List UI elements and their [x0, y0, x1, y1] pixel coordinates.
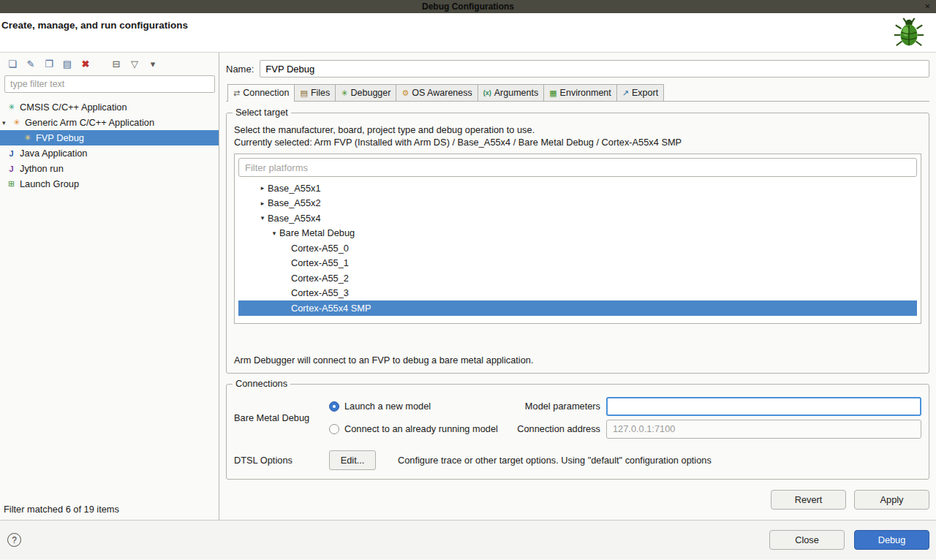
revert-button[interactable]: Revert [771, 490, 846, 510]
files-tab-icon: ▤ [300, 88, 307, 98]
tab-connection[interactable]: ⇄ Connection [227, 84, 295, 102]
tab-arguments[interactable]: (x) Arguments [478, 84, 544, 101]
tree-item-label: Cortex-A55_0 [291, 243, 349, 254]
debugger-tab-icon: ✳ [341, 88, 347, 98]
connect-running-model-row: Connect to an already running model Conn… [329, 417, 921, 440]
window-close-icon[interactable]: × [924, 1, 930, 12]
tab-files[interactable]: ▤ Files [294, 84, 336, 101]
tree-item-label: Java Application [20, 148, 87, 159]
tree-item-label: Cortex-A55_1 [291, 257, 349, 268]
tree-item-cortex-a55-0[interactable]: Cortex-A55_0 [238, 241, 917, 256]
connection-address-label: Connection address [514, 423, 600, 434]
tree-item-label: Cortex-A55x4 SMP [291, 303, 371, 314]
new-launch-configuration-icon[interactable]: ❏ [6, 58, 19, 71]
tab-debugger[interactable]: ✳ Debugger [335, 84, 396, 101]
dialog-body: ❏ ✎ ❐ ▤ ✖ ⊟ ▽ ▾ ✳ CMSIS C/C++ Applicatio… [0, 53, 936, 520]
expand-arrow-icon[interactable]: ▸ [257, 184, 268, 192]
environment-tab-icon: ▦ [549, 88, 556, 98]
apply-button[interactable]: Apply [854, 490, 929, 510]
tab-label: Arguments [494, 88, 538, 98]
tab-environment[interactable]: ▦ Environment [543, 84, 617, 101]
delete-configuration-icon[interactable]: ✖ [79, 58, 92, 71]
apply-revert-row: Revert Apply [226, 490, 929, 510]
dialog-footer: ? Close Debug [0, 520, 936, 559]
tree-item-launch-group[interactable]: ⊞ Launch Group [0, 176, 219, 192]
export-tab-icon: ↗ [622, 88, 629, 98]
fvp-debug-icon: ✳ [22, 133, 33, 143]
connections-group-label: Connections [233, 378, 290, 389]
launch-new-model-radio[interactable] [329, 401, 339, 412]
collapse-arrow-icon[interactable]: ▾ [269, 230, 279, 237]
tree-item-label: Cortex-A55_2 [291, 273, 349, 284]
configuration-name-input[interactable] [260, 60, 929, 77]
window-titlebar: Debug Configurations × [0, 0, 936, 13]
tree-item-generic-arm-application[interactable]: ▾ ✳ Generic Arm C/C++ Application [0, 115, 219, 130]
expand-arrow-icon[interactable]: ▸ [257, 200, 268, 207]
configurations-tree: ✳ CMSIS C/C++ Application ▾ ✳ Generic Ar… [0, 99, 219, 192]
tab-os-awareness[interactable]: ⚙ OS Awareness [396, 84, 478, 101]
platform-browser: ▸ Base_A55x1 ▸ Base_A55x2 ▾ Base_A55x4 ▾… [234, 154, 921, 324]
model-parameters-input[interactable] [606, 397, 921, 416]
tab-label: Debugger [351, 88, 391, 98]
tree-item-cortex-a55x4-smp[interactable]: Cortex-A55x4 SMP [238, 300, 917, 316]
filter-match-status: Filter matched 6 of 19 items [4, 504, 119, 515]
new-prototype-icon[interactable]: ✎ [24, 58, 37, 71]
connection-options: Bare Metal Debug Launch a new model Mode… [234, 395, 921, 440]
tree-item-java-application[interactable]: J Java Application [0, 145, 219, 161]
tree-item-base-a55x2[interactable]: ▸ Base_A55x2 [238, 196, 917, 211]
java-app-icon: J [6, 149, 17, 158]
tree-item-jython-run[interactable]: J Jython run [0, 161, 219, 176]
duplicate-configuration-icon[interactable]: ❐ [42, 58, 56, 71]
jython-run-icon: J [6, 164, 17, 173]
export-configuration-icon[interactable]: ▤ [61, 58, 74, 71]
select-target-instruction: Select the manufacturer, board, project … [234, 124, 921, 135]
view-menu-dropdown-icon[interactable]: ▾ [146, 58, 159, 71]
debug-bug-icon [892, 16, 926, 50]
tree-item-bare-metal-debug[interactable]: ▾ Bare Metal Debug [238, 226, 917, 241]
tree-item-cortex-a55-1[interactable]: Cortex-A55_1 [238, 256, 917, 271]
tree-item-fvp-debug[interactable]: ✳ FVP Debug [0, 130, 219, 145]
tab-label: OS Awareness [412, 88, 472, 98]
tree-item-linux-kernel-debug[interactable]: ▸ Linux Kernel Debug [238, 316, 917, 320]
sidebar-toolbar: ❏ ✎ ❐ ▤ ✖ ⊟ ▽ ▾ [0, 53, 219, 73]
tree-item-label: Base_A55x1 [268, 183, 321, 194]
configurations-sidebar: ❏ ✎ ❐ ▤ ✖ ⊟ ▽ ▾ ✳ CMSIS C/C++ Applicatio… [0, 53, 219, 520]
configurations-filter-input[interactable] [4, 75, 215, 93]
os-awareness-tab-icon: ⚙ [401, 88, 409, 98]
debug-button[interactable]: Debug [854, 530, 929, 550]
expand-arrow-icon[interactable]: ▾ [2, 119, 11, 126]
tab-label: Environment [560, 88, 611, 98]
connect-running-model-radio[interactable] [329, 424, 339, 434]
collapse-arrow-icon[interactable]: ▾ [257, 214, 268, 222]
select-target-group-label: Select target [233, 107, 291, 118]
help-icon[interactable]: ? [7, 533, 21, 547]
tree-item-cortex-a55-3[interactable]: Cortex-A55_3 [238, 286, 917, 301]
tab-label: Connection [243, 88, 289, 98]
launch-model-row: Launch a new model Model parameters [329, 395, 921, 417]
tree-item-label: FVP Debug [36, 132, 84, 143]
tree-item-cortex-a55-2[interactable]: Cortex-A55_2 [238, 270, 917, 286]
cmsis-app-icon: ✳ [6, 102, 17, 112]
dtsl-options-label: DTSL Options [234, 455, 329, 466]
platform-filter-input[interactable] [238, 158, 917, 177]
tree-item-label: Generic Arm C/C++ Application [25, 117, 154, 128]
tree-item-base-a55x4[interactable]: ▾ Base_A55x4 [238, 211, 917, 226]
platform-tree: ▸ Base_A55x1 ▸ Base_A55x2 ▾ Base_A55x4 ▾… [238, 181, 917, 319]
connection-address-input[interactable] [606, 420, 921, 439]
currently-selected-text: Currently selected: Arm FVP (Installed w… [234, 137, 921, 148]
tree-item-label: Bare Metal Debug [279, 227, 355, 238]
tree-item-base-a55x1[interactable]: ▸ Base_A55x1 [238, 181, 917, 196]
filter-launch-configurations-icon[interactable]: ▽ [128, 58, 141, 71]
tree-item-cmsis-application[interactable]: ✳ CMSIS C/C++ Application [0, 99, 219, 115]
tree-item-label: CMSIS C/C++ Application [20, 102, 127, 113]
tree-item-label: Linux Kernel Debug [279, 317, 361, 319]
configuration-tabs: ⇄ Connection ▤ Files ✳ Debugger ⚙ OS Awa… [226, 84, 929, 102]
tree-item-label: Jython run [20, 163, 64, 174]
tab-label: Export [632, 88, 658, 98]
close-button[interactable]: Close [769, 530, 845, 550]
collapse-all-icon[interactable]: ⊟ [110, 58, 123, 71]
tab-export[interactable]: ↗ Export [616, 84, 664, 101]
dtsl-edit-button[interactable]: Edit... [329, 450, 376, 470]
model-parameters-label: Model parameters [514, 401, 600, 412]
generic-arm-app-icon: ✳ [11, 118, 22, 127]
